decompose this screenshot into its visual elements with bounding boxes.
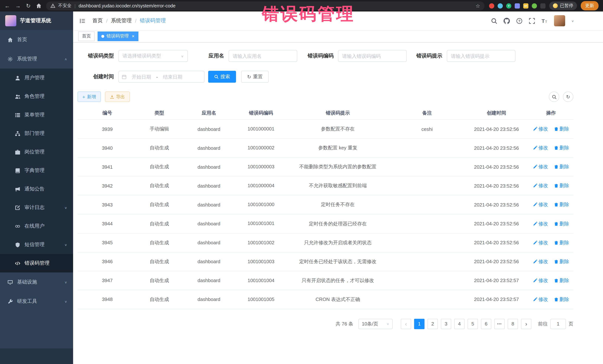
fullscreen-icon[interactable] bbox=[529, 18, 535, 24]
delete-link[interactable]: 删除 bbox=[554, 144, 569, 151]
sidebar-item-user[interactable]: 用户管理 bbox=[0, 69, 73, 87]
sidebar-item-devtools[interactable]: 研发工具 ∨ bbox=[0, 292, 73, 311]
delete-link[interactable]: 删除 bbox=[554, 239, 569, 246]
page-button-6[interactable]: 6 bbox=[481, 319, 491, 329]
edit-link[interactable]: 修改 bbox=[533, 239, 548, 246]
goto-page-input[interactable] bbox=[550, 319, 566, 329]
sidebar-item-sms[interactable]: 短信管理 ∨ bbox=[0, 235, 73, 254]
browser-home-icon[interactable] bbox=[36, 3, 41, 9]
add-button[interactable]: + 新增 bbox=[78, 92, 101, 102]
next-page-button[interactable]: › bbox=[521, 319, 531, 329]
edit-link[interactable]: 修改 bbox=[533, 144, 548, 151]
sidebar-item-online[interactable]: 在线用户 bbox=[0, 217, 73, 235]
error-hint-input[interactable] bbox=[447, 50, 515, 62]
end-date-input[interactable] bbox=[159, 74, 187, 79]
font-size-icon[interactable]: TT bbox=[541, 18, 547, 24]
page-button-4[interactable]: 4 bbox=[454, 319, 464, 329]
people-extension-icon[interactable] bbox=[515, 3, 520, 8]
breadcrumb-system[interactable]: 系统管理 bbox=[111, 17, 132, 24]
page-button-1[interactable]: 1 bbox=[414, 319, 425, 329]
sidebar-item-dict[interactable]: 字典管理 bbox=[0, 161, 73, 180]
edit-link[interactable]: 修改 bbox=[533, 164, 548, 170]
sidebar-item-post[interactable]: 岗位管理 bbox=[0, 143, 73, 161]
github-icon[interactable] bbox=[503, 18, 510, 24]
tag-error-code[interactable]: 错误码管理 × bbox=[98, 31, 138, 41]
blue-dot-extension-icon[interactable] bbox=[498, 3, 503, 8]
sidebar-logo-area[interactable]: 芋道管理系统 bbox=[0, 11, 73, 30]
browser-update-button[interactable]: 更新 bbox=[581, 1, 599, 10]
table-row[interactable]: 3940 自动生成 dashboard 1001000002 参数配置 key … bbox=[78, 138, 573, 157]
page-button-5[interactable]: 5 bbox=[468, 319, 478, 329]
error-type-select[interactable]: 请选择错误码类型 ∨ bbox=[118, 50, 188, 62]
more-pages-button[interactable]: ••• bbox=[494, 319, 505, 329]
browser-reload-icon[interactable]: ↻ bbox=[26, 3, 31, 9]
profile-paused-badge[interactable]: 已暂停 bbox=[549, 1, 577, 10]
sidebar-item-infra[interactable]: 基础设施 ∨ bbox=[0, 272, 73, 292]
toggle-search-button[interactable] bbox=[549, 92, 559, 102]
avatar-caret-icon[interactable]: ∨ bbox=[571, 19, 574, 22]
sidebar-item-dept[interactable]: 部门管理 bbox=[0, 124, 73, 143]
delete-link[interactable]: 删除 bbox=[554, 183, 569, 189]
sidebar-item-role[interactable]: 角色管理 bbox=[0, 87, 73, 106]
search-icon[interactable] bbox=[491, 18, 497, 24]
search-button[interactable]: 搜索 bbox=[208, 71, 236, 83]
red-circle-extension-icon[interactable] bbox=[489, 3, 494, 8]
user-avatar[interactable] bbox=[554, 15, 565, 26]
puzzle-extension-icon[interactable] bbox=[540, 3, 545, 8]
error-code-input[interactable] bbox=[338, 50, 407, 62]
sidebar-item-home[interactable]: 首页 bbox=[0, 30, 73, 49]
table-row[interactable]: 3939 手动编辑 dashboard 1001000001 参数配置不存在 c… bbox=[78, 120, 573, 138]
table-row[interactable]: 3948 自动生成 dashboard 1001001005 CRON 表达式不… bbox=[78, 290, 573, 309]
sidebar-collapse-area[interactable] bbox=[0, 348, 73, 364]
sidebar-item-notice[interactable]: 通知公告 bbox=[0, 180, 73, 198]
tag-home[interactable]: 首页 bbox=[78, 31, 95, 41]
leaf-extension-icon[interactable] bbox=[532, 3, 537, 8]
delete-link[interactable]: 删除 bbox=[554, 296, 569, 303]
delete-link[interactable]: 删除 bbox=[554, 201, 569, 208]
edit-link[interactable]: 修改 bbox=[533, 277, 548, 284]
browser-back-icon[interactable]: ← bbox=[4, 3, 10, 9]
delete-link[interactable]: 删除 bbox=[554, 126, 569, 132]
create-time-range-picker[interactable]: - bbox=[118, 71, 204, 83]
yellow-on-extension-icon[interactable]: on bbox=[523, 3, 528, 8]
edit-link[interactable]: 修改 bbox=[533, 296, 548, 303]
delete-link[interactable]: 删除 bbox=[554, 277, 569, 284]
browser-forward-icon[interactable]: → bbox=[15, 3, 21, 9]
address-bar[interactable]: 不安全 | dashboard.yudao.iocoder.cn/system/… bbox=[46, 1, 485, 10]
edit-link[interactable]: 修改 bbox=[533, 258, 548, 265]
sidebar-item-error-code[interactable]: 错误码管理 bbox=[0, 254, 73, 272]
delete-link[interactable]: 删除 bbox=[554, 164, 569, 170]
app-name-input[interactable] bbox=[229, 50, 297, 62]
page-button-8[interactable]: 8 bbox=[508, 319, 518, 329]
table-row[interactable]: 3943 自动生成 dashboard 1001001000 定时任务不存在 2… bbox=[78, 195, 573, 214]
bookmark-star-icon[interactable]: ☆ bbox=[475, 3, 480, 9]
export-button[interactable]: 导出 bbox=[105, 92, 130, 102]
prev-page-button[interactable]: ‹ bbox=[401, 319, 411, 329]
green-v-extension-icon[interactable]: V bbox=[506, 3, 511, 8]
sidebar-toggle-button[interactable] bbox=[73, 11, 92, 30]
table-row[interactable]: 3944 自动生成 dashboard 1001001001 定时任务的处理器已… bbox=[78, 214, 573, 233]
table-row[interactable]: 3942 自动生成 dashboard 1001000004 不允许获取敏感配置… bbox=[78, 176, 573, 195]
edit-link[interactable]: 修改 bbox=[533, 201, 548, 208]
delete-link[interactable]: 删除 bbox=[554, 258, 569, 265]
sidebar-item-system[interactable]: 系统管理 ∧ bbox=[0, 49, 73, 69]
delete-link[interactable]: 删除 bbox=[554, 220, 569, 227]
refresh-table-button[interactable]: ↻ bbox=[563, 92, 573, 102]
start-date-input[interactable] bbox=[127, 74, 155, 79]
page-button-3[interactable]: 3 bbox=[441, 319, 451, 329]
table-row[interactable]: 3947 自动生成 dashboard 1001001004 只有开启状态的任务… bbox=[78, 271, 573, 290]
sidebar-item-audit[interactable]: 审计日志 ∨ bbox=[0, 198, 73, 217]
page-button-2[interactable]: 2 bbox=[428, 319, 438, 329]
breadcrumb-home[interactable]: 首页 bbox=[93, 17, 103, 24]
table-row[interactable]: 3946 自动生成 dashboard 1001001003 定时任务已经处于该… bbox=[78, 252, 573, 271]
edit-link[interactable]: 修改 bbox=[533, 126, 548, 132]
table-row[interactable]: 3941 自动生成 dashboard 1001000003 不能删除类型为系统… bbox=[78, 157, 573, 176]
sidebar-item-menu[interactable]: 菜单管理 bbox=[0, 106, 73, 124]
help-icon[interactable]: ? bbox=[516, 18, 522, 24]
page-size-select[interactable]: 10条/页 ∨ bbox=[359, 319, 393, 329]
edit-link[interactable]: 修改 bbox=[533, 220, 548, 227]
tag-close-icon[interactable]: × bbox=[132, 34, 135, 39]
table-row[interactable]: 3945 自动生成 dashboard 1001001002 只允许修改为开启或… bbox=[78, 233, 573, 252]
edit-link[interactable]: 修改 bbox=[533, 183, 548, 189]
reset-button[interactable]: ↻ 重置 bbox=[241, 71, 269, 83]
